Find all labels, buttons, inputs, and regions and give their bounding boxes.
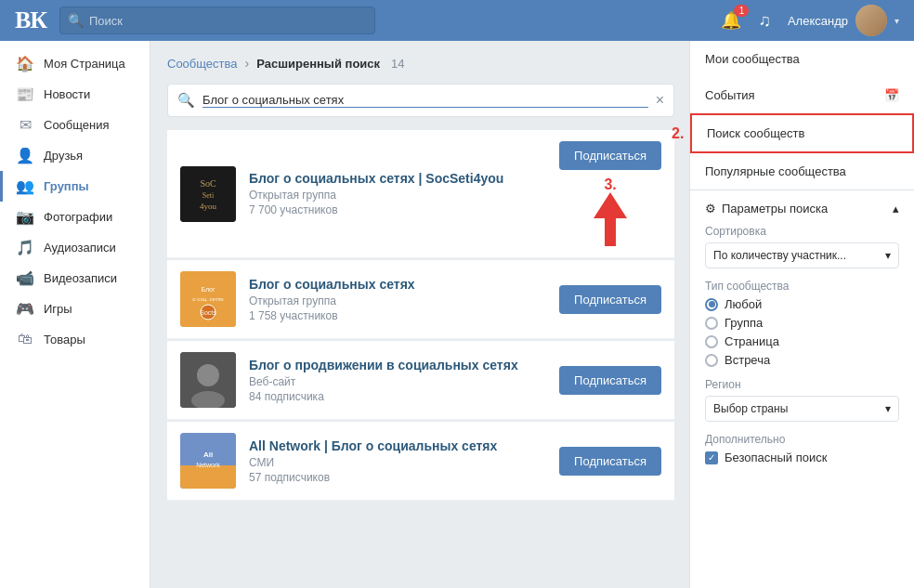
breadcrumb-separator: › xyxy=(245,56,250,71)
rs-sort-select[interactable]: По количеству участник... ▾ xyxy=(705,242,899,268)
table-row: Блог о продвижении в социальных сетях Ве… xyxy=(167,341,674,420)
sidebar-item-photos[interactable]: 📷 Фотографии xyxy=(0,202,150,232)
radio-page-icon xyxy=(705,335,718,348)
communities-search-input[interactable] xyxy=(202,93,648,108)
group-name-4[interactable]: All Network | Блог о социальных сетях xyxy=(249,438,546,453)
sidebar-label-games: Игры xyxy=(44,302,72,316)
chevron-up-icon: ▴ xyxy=(893,202,899,216)
sidebar-label-audio: Аудиозаписи xyxy=(44,241,116,255)
rs-params-section: ⚙ Параметры поиска ▴ Сортировка По колич… xyxy=(690,190,914,476)
sidebar-item-video[interactable]: 📹 Видеозаписи xyxy=(0,263,150,294)
topnav-search-input[interactable] xyxy=(89,14,367,28)
friends-icon: 👤 xyxy=(16,147,34,164)
radio-group-icon xyxy=(705,317,718,330)
subscribe-button-1[interactable]: Подписаться xyxy=(559,141,661,170)
group-name-3[interactable]: Блог о продвижении в социальных сетях xyxy=(249,358,546,372)
rs-radio-group[interactable]: Группа xyxy=(705,316,899,330)
breadcrumb-count: 14 xyxy=(391,57,404,71)
rs-region-chevron: ▾ xyxy=(885,402,891,415)
svg-text:4you: 4you xyxy=(200,202,217,211)
sidebar-item-groups[interactable]: 👥 Группы 1. xyxy=(0,171,150,202)
rs-sort-value: По количеству участник... xyxy=(713,249,846,262)
breadcrumb: Сообщества › Расширенный поиск 14 xyxy=(167,56,674,71)
sidebar-label-friends: Друзья xyxy=(44,149,83,163)
notifications-bell[interactable]: 🔔 1 xyxy=(721,10,741,31)
rs-params-title: ⚙ Параметры поиска ▴ xyxy=(705,202,899,216)
svg-text:Socts: Socts xyxy=(200,309,216,316)
video-icon: 📹 xyxy=(16,269,34,287)
sidebar-item-my-page[interactable]: 🏠 Моя Страница xyxy=(0,48,150,79)
user-menu-chevron: ▾ xyxy=(894,16,899,26)
rs-popular-label: Популярные сообщества xyxy=(705,164,846,178)
svg-text:Seti: Seti xyxy=(202,191,215,200)
rs-radio-group-label: Группа xyxy=(725,316,763,330)
group-type-3: Веб-сайт xyxy=(249,375,546,388)
settings-icon: ⚙ xyxy=(705,202,716,216)
rs-radio-any[interactable]: Любой xyxy=(705,297,899,311)
sidebar-item-audio[interactable]: 🎵 Аудиозаписи xyxy=(0,232,150,263)
rs-radio-event[interactable]: Встреча xyxy=(705,353,899,367)
rs-my-communities[interactable]: Мои сообщества xyxy=(690,41,914,77)
rs-region-label: Регион xyxy=(705,378,899,391)
subscribe-button-2[interactable]: Подписаться xyxy=(559,285,661,314)
table-row: Блог о соц. сетях Socts Блог о социальны… xyxy=(167,260,674,339)
rs-sort-chevron: ▾ xyxy=(885,249,891,262)
table-row: SoC Seti 4you Блог о социальных сетях | … xyxy=(167,130,674,258)
bell-badge: 1 xyxy=(734,5,749,17)
topnav-search-icon: 🔍 xyxy=(68,13,84,28)
rs-safe-search[interactable]: ✓ Безопасный поиск xyxy=(705,451,899,464)
breadcrumb-root[interactable]: Сообщества xyxy=(167,57,238,71)
sidebar-item-goods[interactable]: 🛍 Товары xyxy=(0,324,150,354)
sidebar-label-groups: Группы xyxy=(44,179,89,193)
group-avatar-2: Блог о соц. сетях Socts xyxy=(180,271,236,327)
sidebar-label-my-page: Моя Страница xyxy=(44,57,125,71)
user-menu[interactable]: Александр ▾ xyxy=(788,5,899,36)
svg-rect-13 xyxy=(180,465,236,489)
music-icon[interactable]: ♫ xyxy=(758,11,771,31)
calendar-icon: 📅 xyxy=(884,88,899,102)
group-name-1[interactable]: Блог о социальных сетях | SocSeti4you xyxy=(249,171,546,186)
sidebar-label-news: Новости xyxy=(44,87,90,101)
sidebar-item-friends[interactable]: 👤 Друзья xyxy=(0,140,150,171)
photos-icon: 📷 xyxy=(16,208,34,226)
safe-search-checkbox: ✓ xyxy=(705,451,718,464)
rs-sort-label: Сортировка xyxy=(705,225,899,238)
audio-icon: 🎵 xyxy=(16,239,34,256)
sidebar-item-messages[interactable]: ✉ Сообщения xyxy=(0,110,150,140)
group-type-1: Открытая группа xyxy=(249,189,546,202)
search-bar-icon: 🔍 xyxy=(177,92,195,109)
subscribe-button-4[interactable]: Подписаться xyxy=(559,447,661,476)
topnav-search-bar: 🔍 xyxy=(59,7,375,34)
subscribe-button-3[interactable]: Подписаться xyxy=(559,366,661,395)
sidebar-item-news[interactable]: 📰 Новости xyxy=(0,79,150,110)
rs-radio-page[interactable]: Страница xyxy=(705,334,899,348)
annotation-label-3: 3. xyxy=(604,177,616,192)
svg-text:Блог: Блог xyxy=(201,286,215,293)
sidebar-label-photos: Фотографии xyxy=(44,210,112,224)
right-sidebar: Мои сообщества События 📅 Поиск сообществ… xyxy=(689,41,914,588)
vk-logo[interactable]: ВК xyxy=(15,7,48,34)
rs-my-communities-label: Мои сообщества xyxy=(705,52,800,66)
topnav: ВК 🔍 🔔 1 ♫ Александр ▾ xyxy=(0,0,914,41)
sidebar-label-video: Видеозаписи xyxy=(44,271,117,285)
rs-events[interactable]: События 📅 xyxy=(690,77,914,113)
search-clear-button[interactable]: × xyxy=(656,92,664,109)
rs-popular[interactable]: Популярные сообщества xyxy=(690,153,914,189)
rs-search[interactable]: Поиск сообществ 2. xyxy=(690,113,914,153)
radio-any-icon xyxy=(705,298,718,311)
rs-radio-page-label: Страница xyxy=(725,334,779,348)
left-sidebar: 🏠 Моя Страница 📰 Новости ✉ Сообщения 👤 Д… xyxy=(0,41,150,588)
rs-region-select[interactable]: Выбор страны ▾ xyxy=(705,396,899,422)
sidebar-label-goods: Товары xyxy=(44,333,85,346)
rs-extra-label: Дополнительно xyxy=(705,433,899,446)
sidebar-item-games[interactable]: 🎮 Игры xyxy=(0,294,150,324)
rs-events-label: События xyxy=(705,88,755,102)
home-icon: 🏠 xyxy=(16,55,34,72)
group-info-1: Блог о социальных сетях | SocSeti4you От… xyxy=(249,171,546,216)
group-name-2[interactable]: Блог о социальных сетях xyxy=(249,277,546,292)
svg-text:Network: Network xyxy=(196,462,220,468)
news-icon: 📰 xyxy=(16,85,34,103)
rs-region-value: Выбор страны xyxy=(713,402,788,415)
up-arrow-icon xyxy=(594,192,627,246)
games-icon: 🎮 xyxy=(16,300,34,318)
